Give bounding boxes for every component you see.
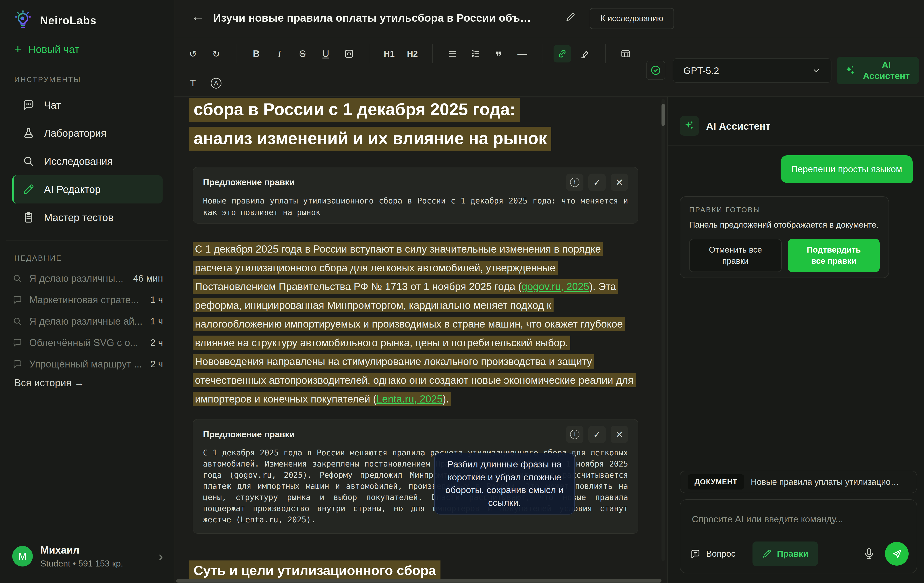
italic-button[interactable]: I — [271, 45, 288, 63]
back-button[interactable]: ← — [191, 9, 204, 24]
recent-item-label: Я делаю различные ай... — [29, 316, 144, 327]
confirm-all-edits-button[interactable]: Подтвердить все правки — [788, 239, 879, 272]
redo-button[interactable]: ↻ — [208, 45, 225, 63]
user-profile[interactable]: M Михаил Student • 591 153 кр. › — [12, 544, 163, 568]
recent-item[interactable]: Маркетинговая страте... 1 ч — [12, 289, 163, 310]
undo-button[interactable]: ↺ — [184, 45, 201, 63]
bullet-list-button[interactable] — [444, 45, 461, 63]
bold-button[interactable]: B — [248, 45, 265, 63]
edits-mode-label: Правки — [777, 549, 808, 559]
document-chip: ДОКУМЕНТ — [688, 474, 744, 489]
recent-item[interactable]: Упрощённый маршрут ... 2 ч — [12, 353, 163, 375]
info-button[interactable]: i — [566, 426, 583, 443]
sidebar-item-test-master[interactable]: Мастер тестов — [12, 203, 163, 231]
vertical-scrollbar-thumb[interactable] — [662, 104, 665, 126]
info-icon: i — [570, 430, 579, 439]
blockquote-button[interactable]: ❞ — [490, 45, 508, 63]
new-chat-label: Новый чат — [28, 43, 79, 55]
brand: NeiroLabs — [12, 10, 97, 31]
recent-item-label: Я делаю различны... — [29, 273, 127, 284]
horizontal-scrollbar[interactable] — [176, 579, 662, 583]
cancel-all-edits-button[interactable]: Отменить все правки — [689, 239, 782, 272]
chat-icon — [12, 338, 23, 348]
model-select[interactable]: GPT-5.2 — [673, 58, 832, 83]
edits-mode-button[interactable]: Правки — [752, 542, 818, 566]
code-block-button[interactable] — [340, 45, 358, 63]
tools-nav: Чат Лаборатория Исследования — [12, 91, 163, 231]
accept-suggestion-button[interactable]: ✓ — [588, 173, 606, 191]
topbar: ← Изучи новые правила оплаты утильсбора … — [175, 0, 924, 38]
chat-icon — [22, 99, 35, 112]
chevron-down-icon — [812, 66, 821, 75]
ai-assistant-button[interactable]: AI Ассистент — [837, 57, 919, 84]
recent-item-label: Маркетинговая страте... — [29, 294, 144, 306]
text-color-button[interactable]: T — [184, 74, 201, 92]
toolbar-row-2: T A — [184, 74, 225, 92]
sparkles-icon — [844, 64, 856, 77]
ordered-list-button[interactable] — [467, 45, 484, 63]
table-button[interactable] — [617, 45, 634, 63]
strikethrough-button[interactable]: S — [294, 45, 311, 63]
tools-section-label: ИНСТРУМЕНТЫ — [14, 75, 81, 84]
heading2-button[interactable]: H2 — [404, 45, 421, 63]
edit-title-icon[interactable] — [565, 12, 576, 22]
recent-item[interactable]: Облегчённый SVG с о... 2 ч — [12, 332, 163, 353]
reject-suggestion-button[interactable]: ✕ — [610, 426, 628, 443]
circled-a-button[interactable]: A — [208, 74, 225, 92]
sidebar-item-chat[interactable]: Чат — [12, 91, 163, 119]
to-research-button[interactable]: К исследованию — [590, 8, 674, 29]
edits-ready-text: Панель предложений отображается в докуме… — [689, 220, 879, 230]
spellcheck-toggle-button[interactable] — [646, 61, 665, 80]
recent-item-time: 2 ч — [150, 359, 163, 370]
new-chat-button[interactable]: + Новый чат — [14, 43, 79, 55]
sidebar-item-lab[interactable]: Лаборатория — [12, 119, 163, 147]
model-select-value: GPT-5.2 — [683, 65, 719, 76]
info-button[interactable]: i — [566, 173, 583, 191]
suggestion-card-header: Предложение правки i ✓ ✕ — [203, 426, 628, 443]
recent-item[interactable]: Я делаю различны... 46 мин — [12, 268, 163, 289]
user-name: Михаил — [40, 544, 123, 556]
question-mode-label: Вопрос — [706, 549, 736, 559]
assistant-input-container[interactable]: Спросите AI или введите команду... Вопро… — [680, 499, 917, 573]
circled-a-icon: A — [211, 78, 221, 89]
recent-item[interactable]: Я делаю различные ай... 1 ч — [12, 310, 163, 332]
sidebar-item-ai-editor[interactable]: AI Редактор — [12, 175, 163, 203]
send-button[interactable] — [885, 542, 909, 566]
user-meta: Student • 591 153 кр. — [40, 559, 123, 568]
heading1-button[interactable]: H1 — [381, 45, 398, 63]
user-info: Михаил Student • 591 153 кр. — [40, 544, 123, 568]
microphone-button[interactable] — [863, 547, 876, 560]
edits-ready-label: ПРАВКИ ГОТОВЫ — [689, 206, 879, 214]
clipboard-icon — [22, 211, 35, 224]
recent-item-time: 46 мин — [133, 273, 163, 284]
toolbar-divider — [236, 44, 236, 63]
underline-button[interactable]: U — [317, 45, 335, 63]
document-editor[interactable]: сбора в России с 1 декабря 2025 года: ан… — [175, 97, 667, 583]
highlighter-button[interactable] — [577, 45, 594, 63]
pencil-icon — [22, 183, 35, 196]
source-link-lenta[interactable]: Lenta.ru, 2025 — [376, 393, 443, 405]
suggestion-card-title: Предложение правки — [203, 177, 295, 187]
source-link-gogov[interactable]: gogov.ru, 2025 — [521, 281, 589, 292]
accept-suggestion-button[interactable]: ✓ — [588, 426, 606, 443]
suggestion-card-header: Предложение правки i ✓ ✕ — [203, 173, 628, 191]
all-history-link[interactable]: Вся история → — [14, 377, 84, 389]
document-context-title: Новые правила уплаты утилизацио… — [751, 477, 899, 487]
horizontal-rule-button[interactable]: — — [513, 45, 531, 63]
vertical-scrollbar-track[interactable] — [662, 99, 665, 561]
toolbar-divider — [605, 44, 606, 63]
edits-ready-card: ПРАВКИ ГОТОВЫ Панель предложений отображ… — [680, 197, 889, 278]
ai-assistant-button-label: AI Ассистент — [861, 59, 912, 81]
sidebar-divider — [6, 240, 168, 241]
reject-suggestion-button[interactable]: ✕ — [610, 173, 628, 191]
question-mode-button[interactable]: Вопрос — [690, 548, 736, 559]
brand-name: NeiroLabs — [40, 14, 97, 27]
sidebar-item-research[interactable]: Исследования — [12, 147, 163, 175]
document-context-row[interactable]: ДОКУМЕНТ Новые правила уплаты утилизацио… — [680, 471, 917, 493]
assistant-panel-title: AI Ассистент — [706, 121, 771, 132]
link-button[interactable] — [554, 45, 571, 63]
search-icon — [12, 316, 23, 326]
sidebar-item-label: Исследования — [44, 155, 113, 167]
suggestion-card-title: Предложение правки — [203, 429, 295, 439]
pencil-icon — [762, 548, 772, 559]
